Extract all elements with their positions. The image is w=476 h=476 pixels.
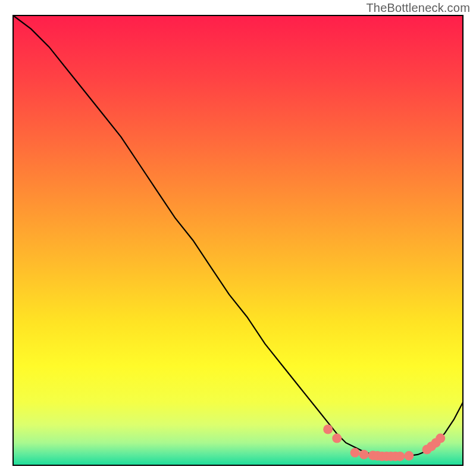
marker-dot — [395, 452, 405, 461]
marker-dot — [323, 425, 333, 434]
plot-background — [13, 15, 463, 465]
bottleneck-curve-chart — [0, 0, 476, 476]
attribution-label: TheBottleneck.com — [366, 1, 470, 15]
marker-dot — [404, 451, 414, 461]
marker-dot — [332, 434, 342, 443]
chart-container: TheBottleneck.com — [0, 0, 476, 476]
marker-dot — [436, 434, 445, 443]
marker-dot — [350, 448, 360, 458]
marker-dot — [359, 450, 369, 459]
